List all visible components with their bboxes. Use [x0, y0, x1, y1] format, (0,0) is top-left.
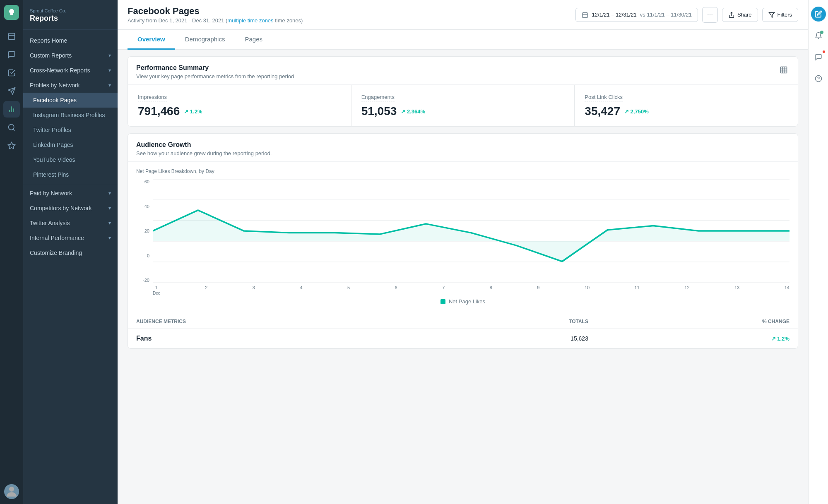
nav-tasks[interactable]	[3, 65, 20, 81]
col-header-totals: Totals	[432, 314, 597, 329]
x-label-7: 7	[442, 285, 445, 290]
filters-icon	[768, 12, 775, 18]
sidebar-item-custom-reports[interactable]: Custom Reports ▾	[23, 48, 118, 63]
right-panel	[808, 0, 828, 504]
audience-growth-subtitle: See how your audience grew during the re…	[136, 150, 272, 156]
create-button[interactable]	[811, 7, 826, 22]
chevron-down-icon: ▾	[108, 67, 111, 73]
chevron-down-icon: ▾	[108, 82, 111, 88]
notifications-button[interactable]	[811, 28, 826, 43]
topbar-right: 12/1/21 – 12/31/21 vs 11/1/21 – 11/30/21…	[575, 7, 798, 23]
message-icon	[815, 53, 822, 61]
sidebar-item-competitors[interactable]: Competitors by Network ▾	[23, 201, 118, 216]
chevron-down-icon: ▾	[108, 205, 111, 211]
x-label-12: 12	[684, 285, 689, 290]
performance-summary-card: Performance Summary View your key page p…	[128, 56, 798, 127]
nav-publish[interactable]	[3, 83, 20, 99]
page-subtitle: Activity from Dec 1, 2021 - Dec 31, 2021…	[128, 17, 303, 24]
table-icon	[780, 66, 788, 74]
messages-button[interactable]	[811, 50, 826, 65]
post-link-clicks-value: 35,427	[585, 105, 620, 118]
filters-button[interactable]: Filters	[762, 8, 798, 22]
post-link-clicks-label: Post Link Clicks	[585, 94, 623, 101]
date-range-button[interactable]: 12/1/21 – 12/31/21 vs 11/1/21 – 11/30/21	[575, 8, 698, 22]
notification-dot	[820, 31, 823, 34]
sidebar-item-facebook-pages[interactable]: Facebook Pages	[23, 93, 118, 108]
sidebar: Sprout Coffee Co. Reports Reports Home C…	[23, 0, 118, 504]
help-button[interactable]	[811, 71, 826, 86]
table-row: Fans 15,623 ↗ 1.2%	[128, 329, 798, 348]
x-label-5: 5	[347, 285, 350, 290]
performance-summary-title: Performance Summary	[136, 64, 294, 72]
audience-growth-title: Audience Growth	[136, 141, 272, 149]
x-label-3: 3	[253, 285, 255, 290]
sidebar-nav: Reports Home Custom Reports ▾ Cross-Netw…	[23, 30, 118, 264]
y-label-40: 40	[136, 204, 149, 209]
sidebar-item-twitter-profiles[interactable]: Twitter Profiles	[23, 122, 118, 137]
y-label-neg20: -20	[136, 278, 149, 283]
audience-growth-header: Audience Growth See how your audience gr…	[128, 134, 798, 162]
sidebar-item-cross-network[interactable]: Cross-Network Reports ▾	[23, 63, 118, 78]
sidebar-brand: Sprout Coffee Co.	[30, 8, 111, 13]
nav-compose[interactable]	[3, 28, 20, 45]
topbar-left: Facebook Pages Activity from Dec 1, 2021…	[128, 6, 303, 24]
x-label-9: 9	[537, 285, 539, 290]
nav-stars[interactable]	[3, 137, 20, 154]
sidebar-item-customize-branding[interactable]: Customize Branding	[23, 245, 118, 260]
sidebar-item-paid-by-network[interactable]: Paid by Network ▾	[23, 186, 118, 201]
svg-rect-19	[781, 67, 787, 73]
nav-inbox[interactable]	[3, 46, 20, 63]
engagements-value: 51,053	[361, 105, 397, 118]
tab-demographics[interactable]: Demographics	[175, 30, 235, 50]
sidebar-item-instagram[interactable]: Instagram Business Profiles	[23, 108, 118, 122]
metric-impressions: Impressions 791,466 ↗ 1.2%	[128, 85, 351, 126]
chevron-down-icon: ▾	[108, 235, 111, 241]
x-label-6: 6	[395, 285, 397, 290]
x-label-4: 4	[300, 285, 302, 290]
svg-point-9	[9, 487, 14, 492]
sidebar-item-profiles-by-network[interactable]: Profiles by Network ▾	[23, 78, 118, 93]
sidebar-item-youtube[interactable]: YouTube Videos	[23, 152, 118, 167]
sidebar-header: Sprout Coffee Co. Reports	[23, 0, 118, 30]
audience-metrics-table: Audience Metrics Totals % Change Fans 15…	[128, 314, 798, 348]
x-label-11: 11	[635, 285, 640, 290]
svg-point-16	[712, 14, 712, 15]
tab-overview[interactable]: Overview	[128, 30, 175, 50]
chevron-down-icon: ▾	[108, 220, 111, 226]
svg-marker-18	[769, 12, 774, 17]
topbar: Facebook Pages Activity from Dec 1, 2021…	[118, 0, 808, 30]
help-icon	[815, 75, 822, 82]
chart-container: Net Page Likes Breakdown, by Day 60 40 2…	[128, 162, 798, 314]
more-options-button[interactable]	[702, 7, 718, 23]
sidebar-divider	[23, 184, 118, 184]
svg-line-7	[13, 129, 15, 131]
sidebar-item-linkedin[interactable]: LinkedIn Pages	[23, 137, 118, 152]
user-avatar[interactable]	[4, 484, 19, 499]
svg-marker-8	[8, 142, 15, 149]
sidebar-item-reports-home[interactable]: Reports Home	[23, 33, 118, 48]
metrics-row: Impressions 791,466 ↗ 1.2% Engagements 5…	[128, 85, 798, 126]
chart-x-axis: 1Dec 2 3 4 5 6 7 8 9 10 11 12 13 14	[153, 283, 789, 295]
nav-listening[interactable]	[3, 119, 20, 136]
engagements-label: Engagements	[361, 94, 395, 101]
table-view-button[interactable]	[778, 64, 789, 77]
fans-change: ↗ 1.2%	[597, 329, 798, 348]
share-icon	[728, 12, 735, 18]
y-label-20: 20	[136, 228, 149, 233]
sidebar-item-twitter-analysis[interactable]: Twitter Analysis ▾	[23, 216, 118, 230]
impressions-label: Impressions	[138, 94, 167, 101]
fans-total: 15,623	[432, 329, 597, 348]
sidebar-item-pinterest[interactable]: Pinterest Pins	[23, 167, 118, 182]
tabs-bar: Overview Demographics Pages	[118, 30, 808, 50]
nav-analytics[interactable]	[3, 101, 20, 118]
sidebar-item-internal-performance[interactable]: Internal Performance ▾	[23, 230, 118, 245]
chevron-down-icon: ▾	[108, 53, 111, 58]
impressions-change: ↗ 1.2%	[184, 108, 202, 115]
app-logo[interactable]	[4, 5, 19, 20]
share-button[interactable]: Share	[722, 8, 758, 22]
tab-pages[interactable]: Pages	[235, 30, 272, 50]
timezone-link[interactable]: multiple time zones	[227, 17, 273, 24]
legend-dot	[440, 299, 445, 304]
x-label-10: 10	[585, 285, 590, 290]
ellipsis-icon	[707, 12, 713, 18]
